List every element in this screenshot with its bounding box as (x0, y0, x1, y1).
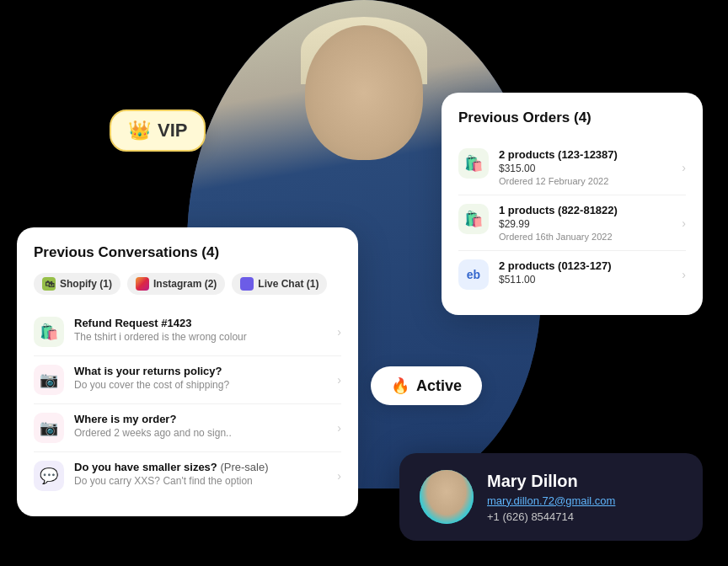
order-shopify-icon-1: 🛍️ (458, 148, 489, 179)
conversation-item-4[interactable]: 💬 Do you have smaller sizes? (Pre-sale) … (34, 452, 341, 499)
conv-title-4-suffix: (Pre-sale) (217, 461, 269, 473)
order-date-2: Ordered 16th January 2022 (499, 232, 672, 242)
livechat-small-icon (240, 277, 254, 291)
ebay-logo-text: eb (467, 268, 480, 281)
contact-phone: +1 (626) 8544714 (487, 510, 682, 523)
conv-shopify-icon-1: 🛍️ (34, 317, 64, 347)
fire-emoji: 🔥 (391, 376, 410, 395)
conv-subtitle-2: Do you cover the cost of shipping? (74, 379, 327, 391)
contact-card: Mary Dillon mary.dillon.72@gmail.com +1 … (399, 453, 703, 541)
conv-title-1: Refund Request #1423 (74, 317, 327, 329)
conv-arrow-1: › (337, 325, 341, 339)
conv-content-1: Refund Request #1423 The tshirt i ordere… (74, 317, 327, 343)
conversation-item-1[interactable]: 🛍️ Refund Request #1423 The tshirt i ord… (34, 308, 341, 356)
contact-email[interactable]: mary.dillon.72@gmail.com (487, 494, 682, 507)
conv-title-2: What is your returns policy? (74, 365, 327, 377)
source-filter-shopify[interactable]: 🛍 Shopify (1) (34, 273, 120, 295)
order-item-2[interactable]: 🛍️ 1 products (822-81822) $29.99 Ordered… (458, 195, 686, 251)
conv-subtitle-1: The tshirt i ordered is the wrong colour (74, 331, 327, 343)
conv-content-3: Where is my order? Ordered 2 weeks ago a… (74, 413, 327, 439)
shopify-small-icon: 🛍 (42, 277, 56, 291)
order-arrow-3: › (682, 268, 686, 281)
conv-content-2: What is your returns policy? Do you cove… (74, 365, 327, 391)
avatar-face (420, 470, 474, 524)
conv-arrow-4: › (337, 469, 341, 483)
order-ebay-icon-3: eb (458, 259, 489, 290)
order-content-2: 1 products (822-81822) $29.99 Ordered 16… (499, 204, 672, 242)
order-price-2: $29.99 (499, 218, 672, 230)
shopify-filter-label: Shopify (1) (60, 278, 112, 290)
conv-arrow-2: › (337, 373, 341, 387)
order-arrow-1: › (682, 161, 686, 174)
order-item-3[interactable]: eb 2 products (0123-127) $511.00 › (458, 251, 686, 298)
order-item-1[interactable]: 🛍️ 2 products (123-12387) $315.00 Ordere… (458, 140, 686, 195)
orders-card: Previous Orders (4) 🛍️ 2 products (123-1… (442, 93, 703, 315)
conv-subtitle-3: Ordered 2 weeks ago and no sign.. (74, 427, 327, 439)
conversation-item-2[interactable]: 📷 What is your returns policy? Do you co… (34, 356, 341, 404)
order-price-1: $315.00 (499, 163, 672, 174)
orders-title: Previous Orders (4) (458, 109, 686, 126)
conv-chat-icon-4: 💬 (34, 461, 64, 491)
order-content-3: 2 products (0123-127) $511.00 (499, 259, 672, 287)
order-title-2: 1 products (822-81822) (499, 204, 672, 216)
active-label: Active (416, 377, 462, 395)
conv-arrow-3: › (337, 421, 341, 435)
instagram-small-icon (136, 277, 149, 291)
crown-emoji: 👑 (128, 120, 151, 142)
vip-label: VIP (158, 120, 187, 142)
livechat-filter-label: Live Chat (1) (258, 278, 318, 290)
active-badge: 🔥 Active (371, 366, 482, 405)
contact-name: Mary Dillon (487, 472, 682, 491)
instagram-filter-label: Instagram (2) (153, 278, 217, 290)
order-date-1: Ordered 12 February 2022 (499, 176, 672, 186)
conversation-item-3[interactable]: 📷 Where is my order? Ordered 2 weeks ago… (34, 404, 341, 452)
person-face (305, 25, 423, 160)
source-filters: 🛍 Shopify (1) Instagram (2) Live Chat (1… (34, 273, 341, 295)
conversations-card: Previous Conversations (4) 🛍 Shopify (1)… (17, 227, 358, 516)
contact-info: Mary Dillon mary.dillon.72@gmail.com +1 … (487, 472, 682, 523)
conv-title-4-main: Do you have smaller sizes? (74, 461, 217, 473)
order-content-1: 2 products (123-12387) $315.00 Ordered 1… (499, 148, 672, 186)
conversations-title: Previous Conversations (4) (34, 244, 341, 261)
conv-insta-icon-3: 📷 (34, 413, 64, 443)
source-filter-livechat[interactable]: Live Chat (1) (232, 273, 327, 295)
order-price-3: $511.00 (499, 274, 672, 286)
order-title-1: 2 products (123-12387) (499, 148, 672, 161)
conv-content-4: Do you have smaller sizes? (Pre-sale) Do… (74, 461, 327, 487)
order-shopify-icon-2: 🛍️ (458, 204, 489, 234)
order-title-3: 2 products (0123-127) (499, 259, 672, 272)
conv-title-4: Do you have smaller sizes? (Pre-sale) (74, 461, 327, 473)
conv-title-3: Where is my order? (74, 413, 327, 425)
vip-badge: 👑 VIP (110, 109, 206, 152)
conv-subtitle-4: Do you carry XXS? Can't find the option (74, 475, 327, 487)
order-arrow-2: › (682, 216, 686, 230)
contact-avatar (420, 470, 474, 524)
conv-insta-icon-2: 📷 (34, 365, 64, 395)
source-filter-instagram[interactable]: Instagram (2) (127, 273, 225, 295)
